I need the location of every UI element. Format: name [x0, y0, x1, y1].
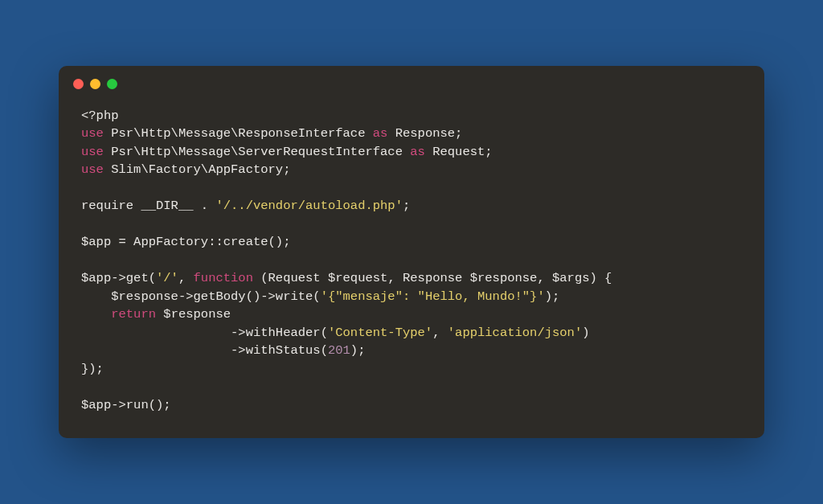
keyword-use: use: [81, 126, 104, 141]
string-literal: 'application/json': [448, 326, 582, 340]
keyword-return: return: [111, 307, 156, 322]
minimize-icon[interactable]: [90, 79, 100, 89]
code-text: ,: [178, 271, 194, 285]
string-literal: '/': [156, 271, 178, 285]
code-text: ,: [432, 326, 448, 340]
code-text: ): [582, 326, 589, 340]
code-text: );: [350, 343, 366, 358]
code-text: ->withHeader(: [81, 326, 328, 340]
code-text: $response: [156, 307, 231, 322]
close-icon[interactable]: [73, 79, 84, 89]
code-indent: [81, 307, 111, 322]
code-text: require __DIR__ .: [81, 199, 215, 213]
number-literal: 201: [328, 343, 350, 358]
code-text: $app = AppFactory::create();: [81, 235, 290, 249]
window-titlebar: [59, 66, 764, 96]
code-text: ->withStatus(: [81, 343, 328, 358]
code-text: (Request $request, Response $response, $…: [253, 271, 612, 285]
php-open-tag: <?php: [81, 109, 119, 123]
code-text: $app->run();: [81, 398, 171, 412]
string-literal: '/../vendor/autoload.php': [215, 199, 403, 213]
code-text: $app->get(: [81, 271, 156, 285]
keyword-use: use: [81, 145, 104, 159]
code-window: <?php use Psr\Http\Message\ResponseInter…: [59, 66, 764, 438]
code-block: <?php use Psr\Http\Message\ResponseInter…: [59, 96, 764, 438]
namespace: Psr\Http\Message\ResponseInterface: [104, 126, 373, 141]
alias: Response;: [387, 126, 462, 141]
namespace: Psr\Http\Message\ServerRequestInterface: [104, 145, 410, 159]
keyword-function: function: [194, 271, 253, 285]
code-text: });: [81, 362, 104, 376]
keyword-use: use: [81, 162, 104, 177]
code-text: $response->getBody()->write(: [81, 289, 321, 304]
code-text: ;: [403, 199, 410, 213]
keyword-as: as: [373, 126, 388, 141]
alias: Request;: [425, 145, 493, 159]
string-literal: 'Content-Type': [328, 326, 432, 340]
string-literal: '{"mensaje": "Hello, Mundo!"}': [321, 289, 545, 304]
maximize-icon[interactable]: [107, 79, 117, 89]
code-text: );: [545, 289, 560, 304]
namespace: Slim\Factory\AppFactory;: [104, 162, 291, 177]
keyword-as: as: [410, 145, 425, 159]
